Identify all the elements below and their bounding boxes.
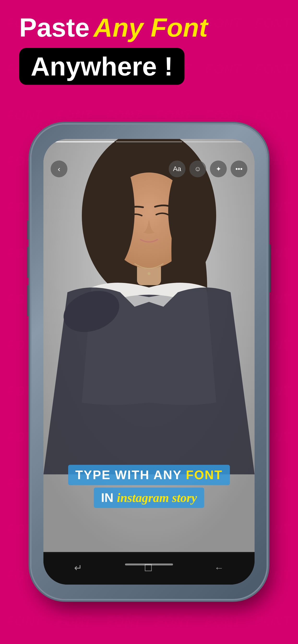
story-toolbar: ‹ Aa ☺ ✦ •••	[43, 156, 255, 182]
watermark-word: FONT	[199, 598, 248, 644]
sticker-icon: ☺	[194, 165, 201, 173]
overlay-in-text: IN	[101, 491, 113, 504]
toolbar-right-buttons: Aa ☺ ✦ •••	[169, 160, 247, 177]
phone-screen: ‹ Aa ☺ ✦ •••	[43, 139, 255, 584]
watermark-word: FONT	[248, 46, 298, 92]
volume-mute-button	[27, 220, 31, 240]
text-tool-icon: Aa	[173, 165, 181, 173]
watermark-word: FONT	[248, 598, 298, 644]
progress-bar-3	[184, 141, 250, 142]
watermark-word: FONT	[248, 0, 298, 46]
overlay-text-normal: TYPE WITH ANY	[75, 468, 186, 482]
watermark-word: FONT	[50, 598, 99, 644]
sticker-button[interactable]: ☺	[189, 160, 206, 177]
volume-down-button	[27, 285, 31, 316]
progress-bar-1	[48, 141, 114, 142]
nav-recent-icon[interactable]: ←	[214, 562, 224, 573]
text-tool-button[interactable]: Aa	[169, 160, 186, 177]
nav-back-icon[interactable]: ↵	[74, 562, 82, 573]
phone-nav-bar: ↵ ☐ ←	[43, 554, 255, 584]
title-line: Paste Any Font	[19, 14, 208, 41]
more-icon: •••	[235, 165, 242, 173]
subtitle-text: Anywhere !	[31, 52, 173, 81]
overlay-text-2: IN instagram story	[101, 491, 197, 504]
overlay-line-1: TYPE WITH ANY FONT	[68, 465, 230, 485]
title-paste: Paste	[19, 14, 90, 41]
phone-mockup: ‹ Aa ☺ ✦ •••	[32, 124, 266, 599]
progress-bar-2	[116, 141, 182, 142]
home-indicator	[125, 564, 173, 566]
watermark-word: FONT	[0, 598, 50, 644]
watermark-word: FONT	[99, 598, 149, 644]
more-button[interactable]: •••	[231, 160, 247, 177]
overlay-font-highlight: FONT	[186, 468, 223, 482]
back-button[interactable]: ‹	[51, 160, 67, 177]
subtitle-box: Anywhere !	[19, 48, 185, 85]
effects-button[interactable]: ✦	[210, 160, 227, 177]
overlay-line-2: IN instagram story	[94, 488, 204, 508]
story-progress-bars	[48, 141, 250, 142]
story-text-overlay: TYPE WITH ANY FONT IN instagram story	[53, 465, 245, 508]
overlay-italic-text: instagram story	[117, 491, 197, 504]
back-icon: ‹	[58, 164, 60, 174]
instagram-story-ui: ‹ Aa ☺ ✦ •••	[43, 139, 255, 584]
overlay-text-1: TYPE WITH ANY FONT	[75, 468, 223, 482]
title-any-font: Any Font	[94, 14, 208, 41]
volume-up-button	[27, 247, 31, 278]
header: Paste Any Font Anywhere !	[19, 14, 208, 85]
power-button	[267, 244, 271, 292]
watermark-word: FONT	[149, 598, 199, 644]
effects-icon: ✦	[216, 165, 221, 173]
story-photo-background	[43, 139, 255, 584]
